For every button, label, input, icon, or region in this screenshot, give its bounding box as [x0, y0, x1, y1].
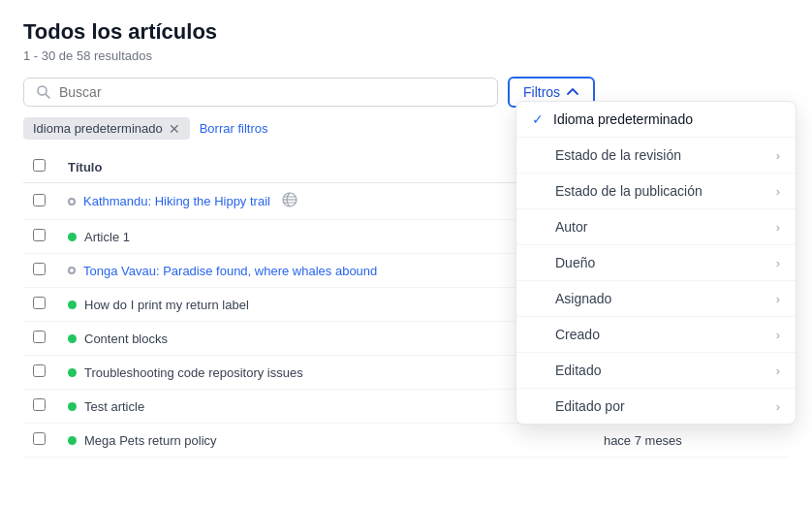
row-title-cell: Article 1 — [58, 220, 594, 254]
table-row: Mega Pets return policyhace 7 meses — [23, 424, 789, 458]
status-dot — [68, 267, 76, 274]
row-check-cell — [23, 390, 58, 424]
dropdown-item-estado-de-la-revisión[interactable]: Estado de la revisión› — [516, 138, 796, 174]
status-dot — [68, 436, 77, 445]
article-title: How do I print my return label — [84, 298, 249, 312]
svg-point-0 — [38, 86, 47, 95]
row-checkbox[interactable] — [33, 432, 46, 445]
search-icon — [36, 84, 51, 100]
dropdown-item-dueño[interactable]: Dueño› — [516, 245, 796, 281]
chevron-right-icon: › — [776, 328, 780, 342]
row-check-cell — [23, 356, 58, 390]
active-filter-tag: Idioma predeterminado ✕ — [23, 117, 190, 140]
col-header-check — [23, 151, 58, 183]
row-checkbox[interactable] — [33, 263, 46, 275]
row-check-cell — [23, 183, 58, 220]
row-check-cell — [23, 424, 58, 458]
chevron-right-icon: › — [776, 148, 780, 163]
dropdown-item-label: Asignado — [555, 291, 611, 306]
search-input[interactable] — [59, 84, 485, 100]
filter-button-label: Filtros — [523, 84, 560, 100]
row-date-cell: hace 7 meses — [594, 424, 720, 458]
status-dot — [68, 368, 77, 377]
dropdown-item-label: Editado por — [555, 398, 625, 414]
page-title: Todos los artículos — [23, 19, 789, 45]
row-checkbox[interactable] — [33, 331, 46, 343]
row-checkbox[interactable] — [33, 229, 46, 241]
article-link[interactable]: Tonga Vavau: Paradise found, where whale… — [83, 264, 377, 278]
status-dot — [68, 334, 77, 343]
chevron-right-icon: › — [776, 292, 780, 306]
results-count: 1 - 30 de 58 resultados — [23, 48, 789, 63]
row-check-cell — [23, 322, 58, 356]
clear-filters-button[interactable]: Borrar filtros — [200, 121, 268, 136]
col-header-title: Título — [58, 151, 594, 183]
dropdown-item-editado[interactable]: Editado› — [516, 353, 796, 389]
dropdown-item-creado[interactable]: Creado› — [516, 317, 796, 353]
dropdown-item-autor[interactable]: Autor› — [516, 209, 796, 245]
filter-dropdown: ✓Idioma predeterminadoEstado de la revis… — [515, 101, 796, 425]
status-dot — [68, 402, 77, 411]
article-title: Mega Pets return policy — [84, 433, 217, 448]
translate-icon — [282, 192, 297, 210]
row-checkbox[interactable] — [33, 364, 46, 377]
dropdown-item-label: Estado de la publicación — [555, 183, 703, 199]
row-checkbox[interactable] — [33, 297, 46, 309]
article-title: Troubleshooting code repository issues — [84, 365, 303, 380]
row-title-cell: Troubleshooting code repository issues — [58, 356, 594, 390]
page-container: Todos los artículos 1 - 30 de 58 resulta… — [0, 0, 812, 506]
dropdown-item-label: Dueño — [555, 255, 595, 270]
filter-tag-label: Idioma predeterminado — [33, 121, 163, 136]
chevron-right-icon: › — [776, 220, 780, 235]
checkmark-icon: ✓ — [532, 111, 544, 127]
row-title-cell: How do I print my return label — [58, 288, 594, 322]
status-dot — [68, 198, 76, 206]
svg-line-1 — [47, 95, 50, 99]
chevron-right-icon: › — [776, 184, 780, 199]
row-check-cell — [23, 220, 58, 254]
article-link[interactable]: Kathmandu: Hiking the Hippy trail — [83, 194, 270, 208]
row-checkbox[interactable] — [33, 398, 46, 411]
dropdown-item-estado-de-la-publicación[interactable]: Estado de la publicación› — [516, 174, 796, 209]
search-box — [23, 78, 498, 107]
article-title: Content blocks — [84, 332, 168, 346]
dropdown-item-label: Idioma predeterminado — [553, 111, 693, 127]
dropdown-list: ✓Idioma predeterminadoEstado de la revis… — [516, 102, 796, 424]
row-title-cell: Tonga Vavau: Paradise found, where whale… — [58, 254, 594, 288]
chevron-right-icon: › — [776, 364, 780, 378]
article-title: Test article — [84, 399, 144, 414]
chevron-right-icon: › — [776, 256, 780, 270]
chevron-right-icon: › — [776, 399, 780, 414]
dropdown-item-label: Editado — [555, 363, 601, 378]
filter-tag-close[interactable]: ✕ — [169, 122, 180, 136]
dropdown-item-label: Creado — [555, 327, 600, 342]
row-title-cell: Mega Pets return policy — [58, 424, 594, 458]
row-checkbox[interactable] — [33, 194, 46, 206]
row-title-cell: Content blocks — [58, 322, 594, 356]
select-all-checkbox[interactable] — [33, 159, 46, 172]
status-dot — [68, 233, 77, 241]
dropdown-item-idioma-predeterminado[interactable]: ✓Idioma predeterminado — [516, 102, 796, 138]
row-title-cell: Test article — [58, 390, 594, 424]
row-check-cell — [23, 254, 58, 288]
article-title: Article 1 — [84, 230, 130, 244]
row-title-cell: Kathmandu: Hiking the Hippy trail — [58, 183, 594, 220]
dropdown-item-editado-por[interactable]: Editado por› — [516, 389, 796, 424]
dropdown-item-label: Autor — [555, 219, 587, 235]
dropdown-item-asignado[interactable]: Asignado› — [516, 281, 796, 317]
row-check-cell — [23, 288, 58, 322]
status-dot — [68, 300, 77, 309]
chevron-up-icon — [566, 85, 579, 99]
dropdown-item-label: Estado de la revisión — [555, 147, 681, 163]
